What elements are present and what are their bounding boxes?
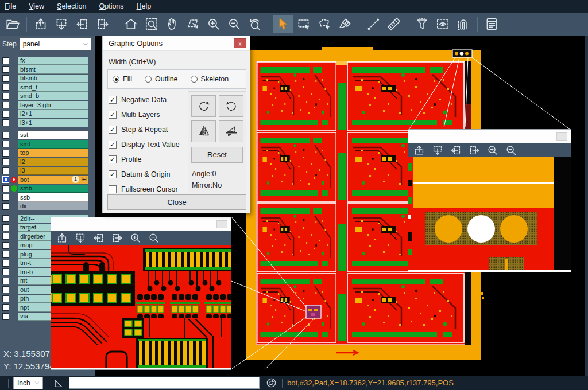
close-button[interactable]: Close: [107, 194, 246, 210]
zoom-window-detail[interactable]: [51, 217, 231, 370]
origin-top-button[interactable]: [53, 231, 71, 245]
refresh-icon[interactable]: [265, 377, 277, 389]
layer-visibility-checkbox[interactable]: [2, 84, 9, 91]
zoom-area-button[interactable]: [141, 15, 162, 33]
open-button[interactable]: [2, 15, 23, 33]
checkbox-display-text-value[interactable]: ✓Display Text Value: [109, 137, 180, 152]
radio-outline[interactable]: Outline: [145, 75, 178, 83]
zoom-in-button[interactable]: [127, 231, 144, 245]
layer-visibility-checkbox[interactable]: [2, 93, 9, 100]
layer-visibility-checkbox[interactable]: [2, 286, 9, 293]
menu-options[interactable]: Options: [99, 2, 123, 10]
zoom-out-button[interactable]: [145, 231, 163, 245]
layer-name-cell[interactable]: dir: [18, 202, 88, 211]
radio-skeleton[interactable]: Skeleton: [191, 75, 229, 83]
radio-dot[interactable]: [145, 76, 152, 83]
layer-name-cell[interactable]: bot1⊞: [18, 176, 88, 184]
layer-visibility-checkbox[interactable]: [2, 150, 9, 157]
layer-visibility-checkbox[interactable]: [2, 233, 9, 240]
select-pointer-button[interactable]: [273, 15, 293, 33]
menu-help[interactable]: Help: [137, 2, 152, 10]
origin-left-button[interactable]: [90, 231, 107, 245]
checkbox-multi-layers[interactable]: ✓Multi Layers: [109, 107, 180, 122]
layer-visibility-checkbox[interactable]: [2, 111, 9, 118]
zoom-window-content[interactable]: [408, 157, 571, 272]
origin-bottom-button[interactable]: [51, 15, 72, 33]
checkbox-box[interactable]: ✓: [109, 155, 117, 163]
origin-bottom-button[interactable]: [72, 231, 89, 245]
layer-name-cell[interactable]: layer_3.gbr: [18, 101, 88, 110]
checkbox-profile[interactable]: ✓Profile: [109, 152, 180, 167]
layer-name-cell[interactable]: bfsmb: [18, 75, 88, 83]
menu-file[interactable]: File: [5, 2, 16, 10]
layer-visibility-checkbox[interactable]: [2, 66, 9, 73]
layer-visibility-checkbox[interactable]: [2, 185, 9, 192]
zoom-out-button[interactable]: [502, 143, 520, 157]
layer-name-cell[interactable]: smb: [18, 185, 88, 193]
window-button[interactable]: [556, 132, 567, 141]
pan-button[interactable]: [162, 15, 183, 33]
origin-right-button[interactable]: [466, 143, 483, 157]
layer-visibility-checkbox[interactable]: [2, 215, 9, 222]
rotate-ccw-button[interactable]: [219, 95, 243, 117]
unit-select[interactable]: Inch: [13, 377, 43, 389]
layer-visibility-checkbox[interactable]: [2, 224, 9, 231]
reset-button[interactable]: Reset: [191, 147, 243, 163]
measure-distance-button[interactable]: [363, 15, 384, 33]
layer-name-cell[interactable]: l2: [18, 158, 88, 166]
layer-name-cell[interactable]: l3+1: [18, 119, 88, 127]
rotate-cw-button[interactable]: [191, 95, 216, 117]
layer-name-cell[interactable]: fx: [18, 57, 88, 65]
home-view-button[interactable]: [121, 15, 141, 33]
layer-name-cell[interactable]: top: [18, 149, 88, 158]
layer-visibility-checkbox[interactable]: [2, 119, 9, 126]
origin-left-button[interactable]: [72, 15, 92, 33]
layer-name-cell[interactable]: smd_t: [18, 83, 88, 92]
origin-right-button[interactable]: [109, 231, 126, 245]
zoom-window-content[interactable]: [51, 245, 231, 370]
zoom-window-pads[interactable]: [408, 129, 571, 272]
layer-status-dot[interactable]: [11, 177, 17, 183]
checkbox-box[interactable]: ✓: [109, 126, 117, 134]
zoom-previous-button[interactable]: [245, 15, 265, 33]
layer-visibility-checkbox[interactable]: [2, 295, 9, 302]
layer-visibility-checkbox[interactable]: [2, 176, 9, 183]
layer-visibility-checkbox[interactable]: [2, 158, 9, 165]
zoom-in-button[interactable]: [203, 15, 224, 33]
radio-fill[interactable]: Fill: [113, 75, 132, 83]
command-input[interactable]: [69, 377, 260, 389]
corner-snap-icon[interactable]: [53, 377, 64, 389]
layer-name-cell[interactable]: ssb: [18, 193, 88, 202]
checkbox-box[interactable]: [109, 185, 117, 193]
zoom-out-button[interactable]: [224, 15, 245, 33]
checkbox-box[interactable]: ✓: [109, 141, 117, 149]
menu-view[interactable]: View: [29, 2, 44, 10]
layer-name-cell[interactable]: sst: [18, 131, 88, 140]
report-button[interactable]: [481, 15, 502, 33]
filter-button[interactable]: [412, 15, 432, 33]
layer-status-dot[interactable]: [11, 185, 17, 192]
zoom-polygon-button[interactable]: [183, 15, 203, 33]
window-button[interactable]: [216, 220, 227, 228]
measure-ruler-button[interactable]: [384, 15, 404, 33]
layer-visibility-checkbox[interactable]: [2, 313, 9, 320]
select-polygon-button[interactable]: [314, 15, 335, 33]
layer-name-cell[interactable]: l3: [18, 167, 88, 176]
checkbox-datum-origin[interactable]: ✓Datum & Origin: [109, 167, 180, 182]
origin-left-button[interactable]: [447, 143, 465, 157]
zoom-window-titlebar[interactable]: [408, 130, 571, 143]
layer-visibility-checkbox[interactable]: [2, 75, 9, 82]
checkbox-box[interactable]: ✓: [109, 111, 117, 119]
origin-bottom-button[interactable]: [429, 143, 446, 157]
layer-visibility-checkbox[interactable]: [2, 141, 9, 147]
layer-visibility-checkbox[interactable]: [2, 57, 9, 64]
dialog-titlebar[interactable]: Graphic Options x: [103, 36, 250, 51]
zoom-in-button[interactable]: [484, 143, 501, 157]
layer-visibility-checkbox[interactable]: [2, 102, 9, 108]
menu-selection[interactable]: Selection: [57, 2, 86, 10]
checkbox-negative-data[interactable]: ✓Negative Data: [109, 92, 180, 107]
origin-top-button[interactable]: [30, 15, 51, 33]
layer-name-cell[interactable]: l2+1: [18, 110, 88, 119]
mirror-vertical-button[interactable]: [219, 120, 243, 142]
layer-name-cell[interactable]: bfsmt: [18, 65, 88, 74]
